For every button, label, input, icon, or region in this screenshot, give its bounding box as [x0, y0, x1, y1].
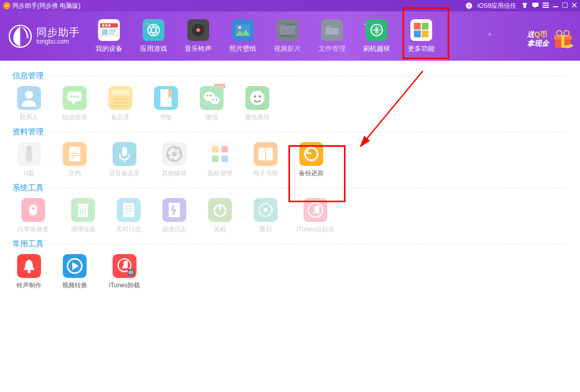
- power-icon: [208, 198, 232, 222]
- section-divider: [49, 244, 568, 244]
- nav-label: 刷机越狱: [363, 44, 390, 53]
- svg-rect-52: [112, 89, 129, 95]
- tool-label: 其他媒体: [162, 169, 187, 178]
- nav-device[interactable]: 我的设备: [95, 19, 122, 53]
- svg-rect-28: [281, 24, 282, 25]
- nav-files[interactable]: 文件管理: [319, 19, 346, 53]
- svg-rect-14: [108, 24, 111, 26]
- maximize-icon[interactable]: [562, 3, 568, 9]
- section-divider: [49, 188, 568, 188]
- tool-doc[interactable]: 文档: [58, 142, 91, 178]
- tool-sms[interactable]: 短信管理: [58, 86, 91, 122]
- tool-restart[interactable]: 重启: [249, 198, 282, 234]
- section: 信息管理联系人短信管理备忘录书签new微信微信表情: [12, 71, 568, 122]
- svg-point-63: [213, 99, 214, 101]
- logo-icon: [8, 24, 32, 48]
- trash-icon: [71, 198, 95, 222]
- ringtone-icon: [17, 254, 41, 278]
- svg-rect-0: [532, 3, 538, 7]
- svg-rect-17: [109, 30, 116, 32]
- nav-label: 文件管理: [319, 44, 346, 53]
- tool-convert[interactable]: 视频转换: [58, 254, 91, 290]
- tool-log[interactable]: 实时日志: [112, 198, 145, 234]
- tool-label: 白苹果修复: [18, 225, 49, 234]
- svg-rect-27: [280, 35, 295, 37]
- trust-link[interactable]: iOS9应用信任: [477, 2, 516, 10]
- ebook-icon: [254, 142, 278, 166]
- nav-more[interactable]: 更多功能: [408, 19, 435, 53]
- restart-icon: [254, 198, 278, 222]
- tool-label: 书签: [160, 113, 172, 122]
- logo-en: tongbu.com: [36, 38, 80, 46]
- tool-ringtone[interactable]: 铃声制作: [12, 254, 46, 290]
- svg-rect-31: [326, 25, 331, 27]
- tool-wechat[interactable]: new微信: [195, 86, 228, 122]
- tool-apple-fix[interactable]: 白苹果修复: [12, 198, 54, 234]
- section-title: 系统工具: [12, 183, 44, 193]
- logo-cn: 同步助手: [36, 26, 80, 38]
- window-title: 同步助手(同步推 电脑版): [12, 2, 80, 10]
- nav-music[interactable]: 音乐铃声: [185, 19, 212, 53]
- svg-point-115: [264, 208, 268, 212]
- svg-rect-18: [109, 33, 114, 34]
- tool-trash[interactable]: 清理垃圾: [66, 198, 100, 234]
- section: 常用工具铃声制作视频转换iTunes卸载: [12, 239, 568, 290]
- svg-rect-83: [208, 142, 232, 166]
- tool-power[interactable]: 关机: [203, 198, 237, 234]
- convert-icon: [63, 254, 87, 278]
- section-grid: 白苹果修复清理垃圾实时日志崩溃日志关机重启iTunes自启动: [12, 198, 568, 234]
- tool-bookmark[interactable]: 书签: [149, 86, 183, 122]
- tool-ebook[interactable]: 电子书籍: [249, 142, 282, 178]
- nav-label: 视频影片: [274, 44, 301, 53]
- promo-text: 送Q币 拿现金: [527, 30, 549, 48]
- tool-contact[interactable]: 联系人: [12, 86, 46, 122]
- logo[interactable]: 同步助手 tongbu.com: [8, 24, 80, 48]
- menu-icon[interactable]: [543, 3, 549, 9]
- svg-point-68: [258, 95, 261, 98]
- video-icon: [277, 19, 298, 41]
- close-icon[interactable]: [572, 3, 577, 9]
- tool-label: 重启: [259, 225, 272, 234]
- tool-backup[interactable]: 备份还原: [295, 142, 328, 178]
- tool-note[interactable]: 备忘录: [104, 86, 137, 122]
- svg-rect-78: [122, 147, 127, 156]
- nav-photo[interactable]: 照片壁纸: [229, 19, 256, 53]
- svg-rect-26: [280, 23, 295, 25]
- svg-rect-3: [543, 7, 549, 8]
- tool-label: 备忘录: [111, 113, 130, 122]
- shirt-icon[interactable]: [521, 3, 528, 9]
- section-head: 系统工具: [12, 183, 568, 193]
- usb-icon: [17, 142, 41, 166]
- promo-banner[interactable]: 送Q币 拿现金: [527, 28, 574, 50]
- svg-rect-5: [562, 3, 568, 8]
- tool-usb[interactable]: U盘: [12, 142, 46, 178]
- section-divider: [49, 76, 568, 76]
- svg-rect-39: [561, 35, 564, 48]
- chat-icon[interactable]: [532, 3, 538, 9]
- tool-label: 崩溃日志: [162, 225, 187, 234]
- tool-voice[interactable]: 语音备忘录: [104, 142, 145, 178]
- nav-video[interactable]: 视频影片: [274, 19, 301, 53]
- section: 系统工具白苹果修复清理垃圾实时日志崩溃日志关机重启iTunes自启动: [12, 183, 568, 234]
- svg-point-48: [71, 95, 73, 98]
- minimize-icon[interactable]: [553, 3, 558, 9]
- tool-wechat-emoji[interactable]: 微信表情: [241, 86, 274, 122]
- tool-label: 联系人: [20, 113, 38, 122]
- tool-crash[interactable]: 崩溃日志: [158, 198, 191, 234]
- tool-itunes[interactable]: iTunes自启动: [295, 198, 336, 234]
- info-icon[interactable]: i: [466, 3, 472, 9]
- tool-media[interactable]: 其他媒体: [158, 142, 191, 178]
- tool-label: iTunes卸载: [109, 281, 140, 290]
- svg-rect-36: [422, 31, 429, 37]
- app-icon: [3, 2, 10, 9]
- tool-icons[interactable]: 图标管理: [203, 142, 237, 178]
- titlebar-left: 同步助手(同步推 电脑版): [3, 2, 80, 10]
- nav-jailbreak[interactable]: 刷机越狱: [363, 19, 390, 53]
- nav-apps[interactable]: 应用游戏: [140, 19, 167, 53]
- svg-point-43: [564, 31, 569, 36]
- sys-icons: [521, 3, 577, 9]
- svg-rect-70: [26, 146, 31, 151]
- svg-rect-16: [102, 30, 107, 35]
- tool-label: 语音备忘录: [109, 169, 140, 178]
- tool-itunes-uninstall[interactable]: iTunes卸载: [104, 254, 145, 290]
